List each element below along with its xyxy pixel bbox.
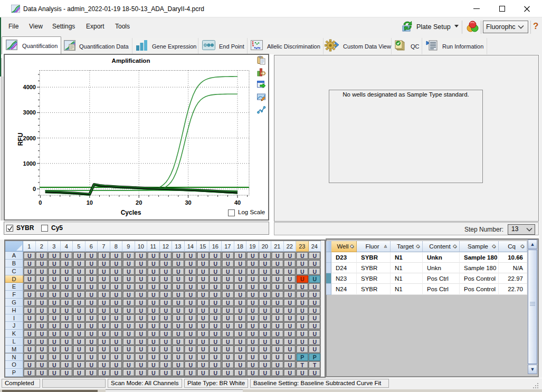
svg-text:0: 0 <box>33 186 36 192</box>
svg-text:40: 40 <box>234 199 241 206</box>
svg-text:3000: 3000 <box>23 109 36 116</box>
svg-text:4000: 4000 <box>23 84 36 90</box>
svg-text:30: 30 <box>185 199 191 206</box>
svg-text:Amplification: Amplification <box>112 58 150 64</box>
svg-text:RFU: RFU <box>17 133 24 146</box>
svg-text:20: 20 <box>136 199 142 206</box>
svg-text:2000: 2000 <box>23 135 36 141</box>
svg-text:0: 0 <box>39 199 42 206</box>
svg-text:Cycles: Cycles <box>121 209 141 216</box>
svg-text:10: 10 <box>87 199 93 206</box>
svg-text:1000: 1000 <box>23 160 36 167</box>
